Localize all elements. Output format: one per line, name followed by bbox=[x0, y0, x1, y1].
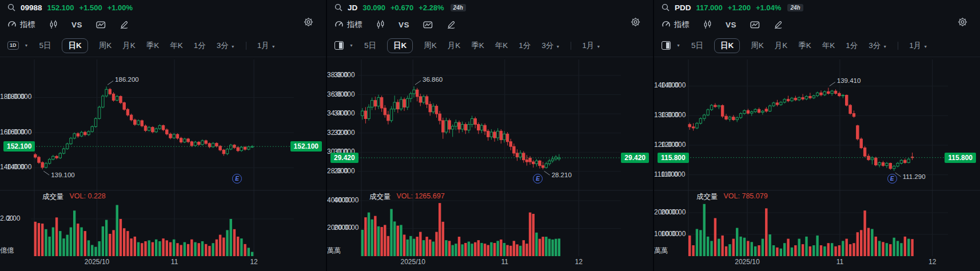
tab-1月[interactable]: 1月▼ bbox=[257, 41, 276, 51]
compare-vs-button[interactable]: VS bbox=[726, 21, 736, 29]
tab-1分[interactable]: 1分 bbox=[519, 41, 531, 51]
gear-icon[interactable] bbox=[631, 17, 640, 27]
range-selector[interactable]: 1D ▼ bbox=[7, 41, 28, 50]
x-axis-month-label: 2025/10 bbox=[400, 258, 425, 266]
volume-unit-label: 億 bbox=[7, 246, 14, 256]
tab-年K[interactable]: 年K bbox=[495, 41, 508, 51]
tab-年K[interactable]: 年K bbox=[822, 41, 835, 51]
tab-季K[interactable]: 季K bbox=[798, 41, 811, 51]
search-icon[interactable] bbox=[662, 3, 670, 11]
axis-label: 180.000 bbox=[0, 93, 25, 101]
tab-周K[interactable]: 周K bbox=[751, 41, 764, 51]
tab-3分[interactable]: 3分▼ bbox=[541, 41, 560, 51]
tab-季K[interactable]: 季K bbox=[146, 41, 160, 51]
indicators-button[interactable]: 指標 bbox=[7, 19, 35, 30]
tab-月K[interactable]: 月K bbox=[448, 41, 461, 51]
chart-draw-icon[interactable] bbox=[96, 20, 106, 29]
chart-area[interactable]: 成交量 VOL: 0.228 186.200 139.100 E 180.000… bbox=[0, 57, 326, 271]
candlestick-style-button[interactable] bbox=[703, 20, 712, 29]
symbol-label[interactable]: PDD bbox=[675, 3, 691, 12]
gear-icon[interactable] bbox=[958, 17, 967, 27]
price-change: +1.200 bbox=[728, 3, 751, 12]
tab-list: 5日日K周K月K季K年K1分3分▼1月▼ bbox=[39, 38, 275, 53]
axis-label: 2000.00 bbox=[327, 224, 352, 232]
tab-3分[interactable]: 3分▼ bbox=[869, 41, 887, 51]
gauge-icon bbox=[7, 20, 17, 29]
indicators-button[interactable]: 指標 bbox=[662, 19, 690, 30]
candlestick-style-button[interactable] bbox=[49, 20, 58, 29]
price-change-pct: +1.00% bbox=[107, 3, 133, 12]
tab-3分[interactable]: 3分▼ bbox=[217, 41, 235, 51]
chart-area[interactable]: 成交量 VOL: 1265.697 36.860 28.210 E 38.000… bbox=[327, 57, 653, 271]
last-price-badge: 152.100 bbox=[3, 141, 35, 152]
axis-label: 4000.00 bbox=[327, 196, 352, 204]
last-price-badge: 152.100 bbox=[290, 141, 322, 152]
caret-down-icon: ▼ bbox=[349, 43, 353, 47]
tab-1分[interactable]: 1分 bbox=[194, 41, 206, 51]
compare-vs-button[interactable]: VS bbox=[71, 21, 82, 29]
candlestick-style-button[interactable] bbox=[376, 20, 385, 29]
tab-季K[interactable]: 季K bbox=[471, 41, 484, 51]
pencil-draw-icon[interactable] bbox=[774, 20, 783, 29]
price-change: +0.670 bbox=[391, 3, 413, 12]
axis-label: 160.000 bbox=[0, 128, 25, 136]
symbol-label[interactable]: JD bbox=[348, 3, 357, 12]
tab-日K[interactable]: 日K bbox=[62, 38, 87, 53]
tab-周K[interactable]: 周K bbox=[99, 41, 112, 51]
tab-list: 5日日K周K月K季K年K1分3分▼1月▼ bbox=[691, 38, 927, 53]
x-axis-month-label: 12 bbox=[929, 258, 936, 266]
range-layout-icon bbox=[662, 41, 671, 50]
x-axis-month-label: 11 bbox=[836, 258, 843, 266]
caret-down-icon: ▼ bbox=[883, 45, 887, 49]
x-axis-month-label: 12 bbox=[250, 258, 257, 266]
multi-chart-workspace: 09988 152.100 +1.500 +1.00% 指標 VS bbox=[0, 0, 980, 271]
chart-toolbar: 指標 VS bbox=[327, 15, 653, 34]
gear-icon[interactable] bbox=[304, 17, 313, 27]
pencil-draw-icon[interactable] bbox=[119, 20, 129, 29]
tab-日K[interactable]: 日K bbox=[387, 38, 413, 53]
chart-area[interactable]: 成交量 VOL: 785.079 139.410 111.290 E 140.0… bbox=[654, 57, 980, 271]
tab-月K[interactable]: 月K bbox=[122, 41, 136, 51]
period-tab-bar: ▼ 5日日K周K月K季K年K1分3分▼1月▼ bbox=[654, 34, 980, 57]
axis-label: 130.000 bbox=[654, 111, 679, 119]
caret-down-icon: ▼ bbox=[556, 45, 560, 49]
earnings-marker[interactable]: E bbox=[887, 174, 897, 184]
axis-label: 2.00 bbox=[0, 214, 13, 222]
last-price: 117.000 bbox=[696, 3, 723, 12]
tab-1月[interactable]: 1月▼ bbox=[582, 41, 600, 51]
tab-年K[interactable]: 年K bbox=[170, 41, 183, 51]
tab-月K[interactable]: 月K bbox=[775, 41, 788, 51]
search-icon[interactable] bbox=[334, 3, 342, 11]
volume-value: VOL: 1265.697 bbox=[397, 192, 445, 202]
volume-header: 成交量 VOL: 785.079 bbox=[696, 192, 768, 202]
indicators-label: 指標 bbox=[347, 19, 362, 30]
high-annotation: 139.410 bbox=[837, 77, 861, 84]
volume-title[interactable]: 成交量 bbox=[369, 192, 391, 202]
tab-5日[interactable]: 5日 bbox=[364, 41, 376, 51]
indicators-button[interactable]: 指標 bbox=[334, 19, 362, 30]
compare-vs-button[interactable]: VS bbox=[399, 21, 409, 29]
search-icon[interactable] bbox=[7, 3, 15, 11]
price-change-pct: +2.28% bbox=[419, 3, 444, 12]
earnings-marker[interactable]: E bbox=[533, 174, 543, 184]
volume-unit-label: 萬 bbox=[661, 246, 668, 256]
range-selector[interactable]: ▼ bbox=[334, 41, 353, 50]
volume-title[interactable]: 成交量 bbox=[696, 192, 718, 202]
tab-1分[interactable]: 1分 bbox=[846, 41, 858, 51]
range-selector[interactable]: ▼ bbox=[662, 41, 680, 50]
chart-panel: PDD 117.000 +1.200 +1.04% 24h 指標 VS bbox=[653, 0, 980, 271]
symbol-label[interactable]: 09988 bbox=[21, 3, 42, 12]
volume-title[interactable]: 成交量 bbox=[42, 192, 64, 202]
tab-5日[interactable]: 5日 bbox=[39, 41, 51, 51]
tab-1月[interactable]: 1月▼ bbox=[909, 41, 927, 51]
last-price-badge: 115.800 bbox=[658, 153, 689, 163]
pencil-draw-icon[interactable] bbox=[447, 20, 456, 29]
axis-label: 120.000 bbox=[654, 141, 679, 149]
chart-draw-icon[interactable] bbox=[750, 20, 760, 29]
chart-draw-icon[interactable] bbox=[423, 20, 433, 29]
tab-日K[interactable]: 日K bbox=[714, 38, 740, 53]
axis-label: 34.000 bbox=[327, 109, 348, 117]
tab-5日[interactable]: 5日 bbox=[691, 41, 703, 51]
last-price-badge: 29.420 bbox=[330, 153, 358, 163]
tab-周K[interactable]: 周K bbox=[424, 41, 437, 51]
